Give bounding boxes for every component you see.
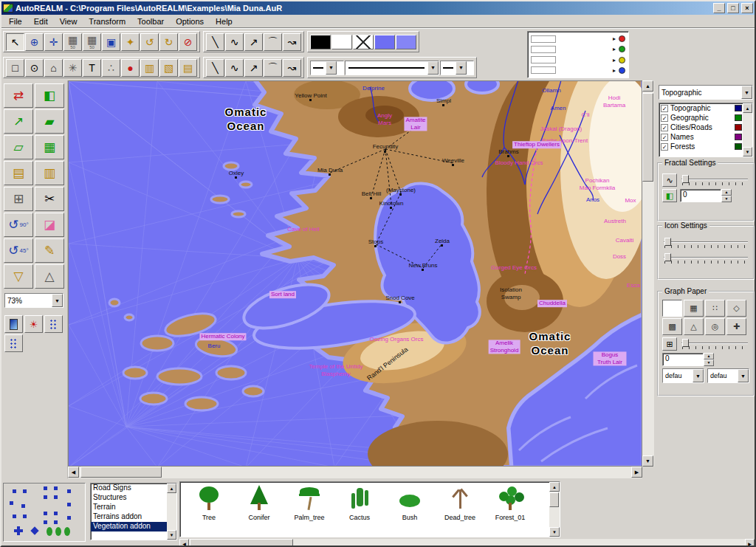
dropdown-arrow-icon[interactable]: ▼ [52,294,63,307]
spin-down-icon[interactable]: ▼ [704,359,714,366]
category-list-scrollbar[interactable]: ▲ ▼ [167,484,176,540]
scroll-down-icon[interactable]: ▼ [549,527,560,537]
dropdown-arrow-icon[interactable]: ▼ [693,369,704,382]
menu-item[interactable]: Edit [28,16,54,27]
fractal-seed-spinner[interactable]: 0 ▲ ▼ [680,189,732,202]
seed-icon-button[interactable]: ◧ [662,189,677,202]
scroll-up-icon[interactable]: ▲ [167,484,176,493]
horizontal-scroll-thumb[interactable] [190,539,293,547]
funnel-tool-button[interactable]: ▽ [4,264,33,289]
zoom-level-combo[interactable]: 73% ▼ [4,293,63,308]
dropdown-arrow-icon[interactable]: ▼ [456,61,467,75]
vertical-scroll-thumb[interactable] [642,93,653,182]
slider-thumb[interactable] [664,238,671,246]
flip-tool-button[interactable]: ⇄ [4,83,33,108]
menu-item[interactable]: View [54,16,83,27]
line-end-style-combo[interactable]: ▼ [440,61,474,75]
slider-thumb[interactable] [682,339,689,347]
layer-row[interactable]: ✓ Forests [659,142,752,151]
copy-button[interactable]: ⊞ [4,187,33,211]
symbol-item[interactable]: Bush [385,485,434,535]
dot-pattern-button[interactable] [44,315,63,333]
color-translation-row[interactable]: ▸ [531,66,625,75]
close-button[interactable]: × [741,3,753,13]
layer-color-swatch[interactable] [735,114,742,121]
canvas-horizontal-scrollbar[interactable]: ◀ ▶ [68,467,642,478]
symbol-item[interactable]: Palm_tree [285,485,334,535]
fill-color-swatch-2[interactable] [396,35,416,49]
measure-tool-button[interactable]: ∴ [102,59,120,77]
symbol-item[interactable]: Tree [185,485,233,535]
scroll-left-icon[interactable]: ◀ [179,539,189,547]
fractal-line-button[interactable]: ╲ [206,59,224,77]
rotate-90-button[interactable]: ↺90° [4,213,33,237]
symbol-item[interactable]: Forest_01 [486,485,535,535]
scroll-down-icon[interactable]: ▼ [743,147,752,156]
graph-pattern-button[interactable]: △ [684,318,704,335]
wand-tool-button[interactable]: ✦ [121,33,140,51]
text-tool-button[interactable]: T [83,59,101,77]
graph-pattern-button[interactable] [662,300,682,317]
fill-color-swatch-1[interactable] [374,35,395,49]
scale-tool-button[interactable]: ▰ [35,109,64,134]
palette-scrollbar[interactable]: ▲ ▼ [549,482,560,537]
background-color-swatch[interactable] [331,35,352,49]
clipboard-button[interactable]: ▤ [4,161,33,185]
maximize-button[interactable]: □ [727,3,739,13]
skew-tool-button[interactable]: ▱ [4,135,33,159]
graph-pattern-button[interactable]: ◎ [705,318,725,335]
layer-row[interactable]: ✓ Names [659,132,752,142]
zoom-tool-button[interactable]: ⊕ [25,33,44,51]
slider-thumb[interactable] [682,175,689,183]
hatch-tool-button-2[interactable]: ▧ [159,59,178,77]
scroll-down-icon[interactable]: ▼ [167,530,176,540]
scroll-right-icon[interactable]: ▶ [745,539,755,547]
icon-placement-preview[interactable] [3,483,86,542]
save-button[interactable]: ▣ [102,33,120,51]
color-translation-row[interactable]: ▸ [531,55,625,65]
snap-grid-button-2[interactable]: ▦50 [83,33,101,51]
circle-tool-button[interactable]: ⊙ [25,59,44,77]
grid-size-icon-button[interactable]: ⊞ [662,337,677,351]
symbol-item[interactable]: Cactus [335,485,384,535]
gradient-fill-button[interactable] [4,315,23,333]
grid-size-slider[interactable] [680,337,749,351]
roughness-icon-button[interactable]: ∿ [662,173,677,187]
icon-density-slider[interactable] [662,252,749,265]
stroke-color-swatch[interactable] [310,35,331,49]
category-item[interactable]: Terrain [91,503,176,512]
menu-item[interactable]: File [3,16,28,27]
scroll-up-icon[interactable]: ▲ [642,80,653,92]
shape-library-button[interactable]: △ [35,264,64,289]
map-viewport[interactable]: Omatic OceanOmatic Ocean Yellow PointDel… [68,80,642,467]
layer-row[interactable]: ✓ Geographic [659,113,752,123]
dropdown-arrow-icon[interactable]: ▼ [326,61,337,75]
pen-tool-button[interactable]: ✎ [35,238,64,263]
active-layer-combo[interactable]: Topographic ▼ [659,85,753,100]
eraser-button[interactable]: ◪ [35,213,64,237]
layer-color-swatch[interactable] [735,105,742,111]
polygon-tool-button[interactable]: ⌂ [44,59,63,77]
grid-style-combo-2[interactable]: defau ▼ [707,368,749,383]
curve-arrow-tool-button[interactable]: ↝ [283,33,301,51]
stairs-tool-button[interactable]: ▤ [179,59,197,77]
curve-tool-button[interactable]: ⌒ [264,33,282,51]
fractal-arrow-button[interactable]: ↗ [244,59,263,77]
spin-down-icon[interactable]: ▼ [721,196,732,202]
palette-horizontal-scrollbar[interactable]: ◀ ▶ [179,539,755,547]
paste-button[interactable]: ▥ [35,161,64,185]
scroll-left-icon[interactable]: ◀ [68,467,79,478]
spin-up-icon[interactable]: ▲ [704,353,714,359]
hatch-tool-button[interactable]: ▥ [140,59,159,77]
scroll-up-icon[interactable]: ▲ [549,482,560,492]
fractal-curve-arrow-button[interactable]: ↝ [283,59,301,77]
scroll-down-icon[interactable]: ▼ [642,455,653,467]
slider-thumb[interactable] [664,253,671,261]
cancel-action-button[interactable]: ⊘ [179,33,197,51]
snap-grid-button[interactable]: ▦50 [63,33,82,51]
rotate-45-button[interactable]: ↺45° [4,238,33,263]
move-tool-button[interactable]: ↗ [4,109,33,134]
category-item[interactable]: Road Signs [91,484,176,493]
layer-checkbox[interactable]: ✓ [661,134,668,141]
redo-button[interactable]: ↻ [159,33,178,51]
